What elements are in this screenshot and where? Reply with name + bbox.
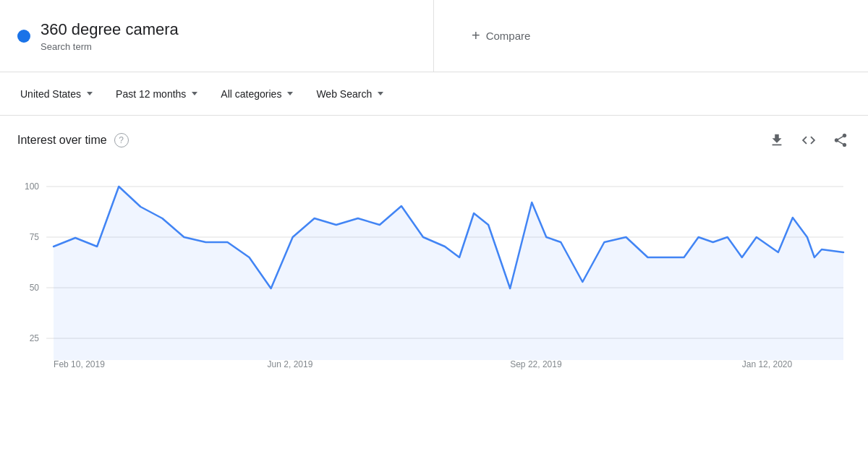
svg-text:50: 50 — [30, 283, 40, 293]
share-icon[interactable] — [830, 130, 851, 150]
search-type-filter-button[interactable]: Web Search — [307, 84, 392, 104]
chart-title-group: Interest over time ? — [17, 133, 129, 147]
time-range-filter-label: Past 12 months — [116, 88, 186, 100]
svg-text:75: 75 — [30, 232, 40, 242]
search-term-type: Search term — [41, 41, 179, 52]
chart-container: 100 75 50 25 Feb 10, 2019 Jun 2, 2019 Se… — [17, 165, 851, 377]
time-range-chevron-icon — [192, 92, 197, 95]
compare-button[interactable]: + Compare — [463, 22, 539, 50]
term-info: 360 degree camera Search term — [41, 20, 179, 53]
search-term-label: 360 degree camera — [41, 20, 179, 40]
svg-marker-12 — [54, 187, 843, 360]
region-chevron-icon — [87, 92, 93, 95]
region-filter-label: United States — [20, 88, 81, 100]
svg-text:Feb 10, 2019: Feb 10, 2019 — [54, 359, 105, 369]
svg-text:100: 100 — [25, 181, 39, 192]
chart-title: Interest over time — [17, 134, 107, 147]
search-type-chevron-icon — [378, 92, 383, 95]
compare-plus-icon: + — [472, 27, 480, 44]
download-icon[interactable] — [767, 130, 787, 150]
trend-chart: 100 75 50 25 Feb 10, 2019 Jun 2, 2019 Se… — [17, 165, 851, 374]
embed-icon[interactable] — [799, 130, 819, 150]
compare-label: Compare — [486, 30, 531, 42]
region-filter-button[interactable]: United States — [12, 84, 101, 104]
category-chevron-icon — [287, 92, 293, 95]
header: 360 degree camera Search term + Compare — [0, 0, 868, 72]
compare-panel: + Compare — [434, 0, 868, 72]
chart-actions — [767, 130, 851, 150]
category-filter-label: All categories — [221, 88, 281, 100]
search-type-filter-label: Web Search — [316, 88, 372, 100]
svg-text:Sep 22, 2019: Sep 22, 2019 — [510, 359, 562, 369]
time-range-filter-button[interactable]: Past 12 months — [107, 84, 206, 104]
chart-section: Interest over time ? — [0, 116, 868, 384]
svg-text:25: 25 — [30, 333, 40, 343]
svg-text:Jun 2, 2019: Jun 2, 2019 — [268, 359, 313, 369]
search-term-panel: 360 degree camera Search term — [0, 0, 434, 72]
help-icon[interactable]: ? — [114, 133, 129, 147]
term-indicator-dot — [17, 30, 30, 43]
chart-header: Interest over time ? — [17, 130, 851, 150]
svg-text:Jan 12, 2020: Jan 12, 2020 — [742, 359, 793, 369]
category-filter-button[interactable]: All categories — [212, 84, 302, 104]
filter-bar: United States Past 12 months All categor… — [0, 72, 868, 116]
